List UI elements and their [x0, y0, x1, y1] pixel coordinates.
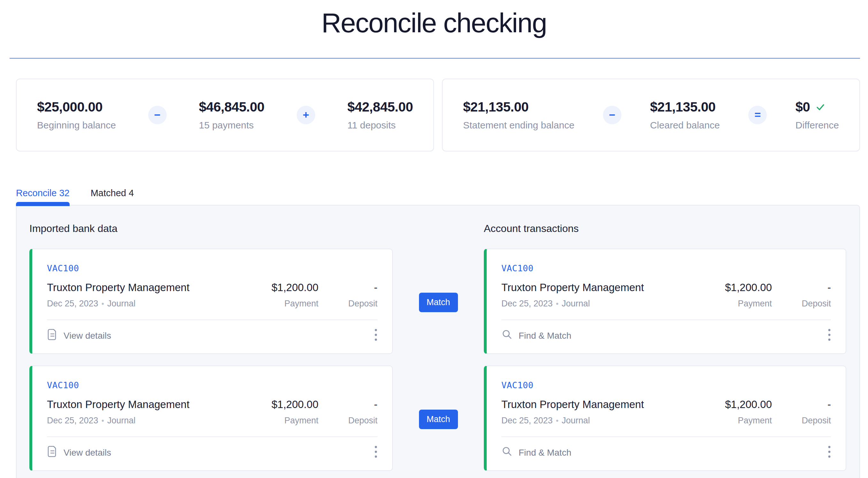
page-header: Reconcile checking	[0, 0, 868, 39]
statement-ending-balance-amount: $21,135.00	[463, 99, 575, 115]
account-transaction-card: VAC100 Truxton Property Management $1,20…	[484, 248, 846, 354]
transaction-code-link[interactable]: VAC100	[501, 263, 534, 273]
cleared-balance-label: Cleared balance	[650, 120, 719, 131]
kebab-menu-button[interactable]	[825, 443, 834, 463]
deposits-label: 11 deposits	[347, 120, 413, 131]
deposit-column-label: Deposit	[318, 299, 377, 309]
transaction-code-link[interactable]: VAC100	[47, 380, 79, 390]
view-details-button[interactable]: View details	[47, 445, 111, 460]
tab-reconcile[interactable]: Reconcile 32	[16, 188, 70, 205]
transaction-date: Dec 25, 2023	[47, 416, 98, 425]
meta-separator: •	[556, 300, 559, 308]
payment-amount: $1,200.00	[245, 281, 318, 294]
cleared-balance-stat: $21,135.00 Cleared balance	[650, 99, 719, 131]
payment-amount: $1,200.00	[245, 398, 318, 411]
imported-bank-data-heading: Imported bank data	[29, 223, 393, 235]
beginning-balance-label: Beginning balance	[37, 120, 116, 131]
tab-bar: Reconcile 32 Matched 4	[16, 188, 868, 205]
deposit-column-label: Deposit	[318, 416, 377, 426]
find-and-match-button[interactable]: Find & Match	[501, 329, 571, 342]
deposits-stat: $42,845.00 11 deposits	[347, 99, 413, 131]
minus-icon: −	[603, 106, 621, 124]
transaction-code-link[interactable]: VAC100	[501, 380, 534, 390]
equals-icon: =	[748, 106, 767, 124]
payments-label: 15 payments	[199, 120, 265, 131]
beginning-balance-stat: $25,000.00 Beginning balance	[37, 99, 116, 131]
transaction-match-row: VAC100 Truxton Property Management $1,20…	[29, 365, 847, 471]
cleared-balance-amount: $21,135.00	[650, 99, 719, 115]
kebab-menu-button[interactable]	[372, 326, 380, 346]
meta-separator: •	[556, 417, 559, 425]
statement-ending-balance-stat: $21,135.00 Statement ending balance	[463, 99, 575, 131]
payee-name: Truxton Property Management	[47, 398, 245, 411]
view-details-button[interactable]: View details	[47, 328, 111, 343]
transaction-type: Journal	[562, 299, 590, 308]
plus-icon: +	[297, 106, 315, 124]
transaction-meta: Dec 25, 2023•Journal	[47, 299, 245, 309]
payments-stat: $46,845.00 15 payments	[199, 99, 265, 131]
difference-label: Difference	[796, 120, 839, 131]
kebab-menu-icon	[374, 328, 377, 343]
meta-separator: •	[101, 300, 104, 308]
find-and-match-label: Find & Match	[519, 448, 571, 458]
deposits-amount: $42,845.00	[347, 99, 413, 115]
check-icon	[815, 101, 826, 113]
payment-column-label: Payment	[245, 416, 318, 426]
kebab-menu-button[interactable]	[825, 326, 834, 346]
transaction-code-link[interactable]: VAC100	[47, 263, 79, 273]
kebab-menu-icon	[828, 445, 831, 460]
payment-amount: $1,200.00	[699, 398, 772, 411]
payments-amount: $46,845.00	[199, 99, 265, 115]
difference-stat: $0 Difference	[796, 99, 839, 131]
kebab-menu-button[interactable]	[372, 443, 380, 463]
payment-column-label: Payment	[699, 299, 772, 309]
view-details-label: View details	[64, 331, 111, 341]
transaction-date: Dec 25, 2023	[501, 416, 553, 425]
payment-amount: $1,200.00	[699, 281, 772, 294]
payee-name: Truxton Property Management	[501, 281, 699, 294]
header-divider	[9, 58, 860, 59]
match-button[interactable]: Match	[419, 410, 458, 429]
bank-transaction-card: VAC100 Truxton Property Management $1,20…	[29, 248, 393, 354]
account-transactions-heading: Account transactions	[484, 223, 846, 235]
match-button[interactable]: Match	[419, 293, 458, 312]
find-and-match-button[interactable]: Find & Match	[501, 446, 571, 459]
bank-transaction-card: VAC100 Truxton Property Management $1,20…	[29, 365, 393, 471]
deposit-amount: -	[772, 398, 831, 411]
document-icon	[47, 445, 58, 460]
reconcile-panel: Imported bank data Account transactions …	[16, 205, 860, 478]
difference-summary-card: $21,135.00 Statement ending balance − $2…	[442, 79, 860, 151]
kebab-menu-icon	[828, 328, 831, 343]
search-icon	[501, 329, 513, 342]
transaction-meta: Dec 25, 2023•Journal	[501, 299, 699, 309]
minus-icon: −	[148, 106, 167, 124]
deposit-column-label: Deposit	[772, 299, 831, 309]
deposit-amount: -	[318, 281, 377, 294]
transaction-date: Dec 25, 2023	[501, 299, 553, 308]
panel-headings: Imported bank data Account transactions	[29, 223, 847, 235]
payment-column-label: Payment	[245, 299, 318, 309]
deposit-amount: -	[318, 398, 377, 411]
payee-name: Truxton Property Management	[47, 281, 245, 294]
tab-matched[interactable]: Matched 4	[91, 188, 134, 205]
difference-amount: $0	[796, 99, 810, 115]
deposit-column-label: Deposit	[772, 416, 831, 426]
search-icon	[501, 446, 513, 459]
transaction-meta: Dec 25, 2023•Journal	[47, 416, 245, 426]
account-transaction-card: VAC100 Truxton Property Management $1,20…	[484, 365, 846, 471]
payment-column-label: Payment	[699, 416, 772, 426]
transaction-type: Journal	[107, 299, 136, 308]
meta-separator: •	[101, 417, 104, 425]
view-details-label: View details	[64, 448, 111, 458]
bank-statement-summary-card: $25,000.00 Beginning balance − $46,845.0…	[16, 79, 434, 151]
reconcile-summary-section: $25,000.00 Beginning balance − $46,845.0…	[16, 79, 860, 151]
payee-name: Truxton Property Management	[501, 398, 699, 411]
transaction-match-row: VAC100 Truxton Property Management $1,20…	[29, 248, 847, 354]
kebab-menu-icon	[374, 445, 377, 460]
transaction-rows: VAC100 Truxton Property Management $1,20…	[29, 248, 847, 471]
page-title: Reconcile checking	[0, 7, 868, 39]
statement-ending-balance-label: Statement ending balance	[463, 120, 575, 131]
beginning-balance-amount: $25,000.00	[37, 99, 116, 115]
transaction-meta: Dec 25, 2023•Journal	[501, 416, 699, 426]
document-icon	[47, 328, 58, 343]
